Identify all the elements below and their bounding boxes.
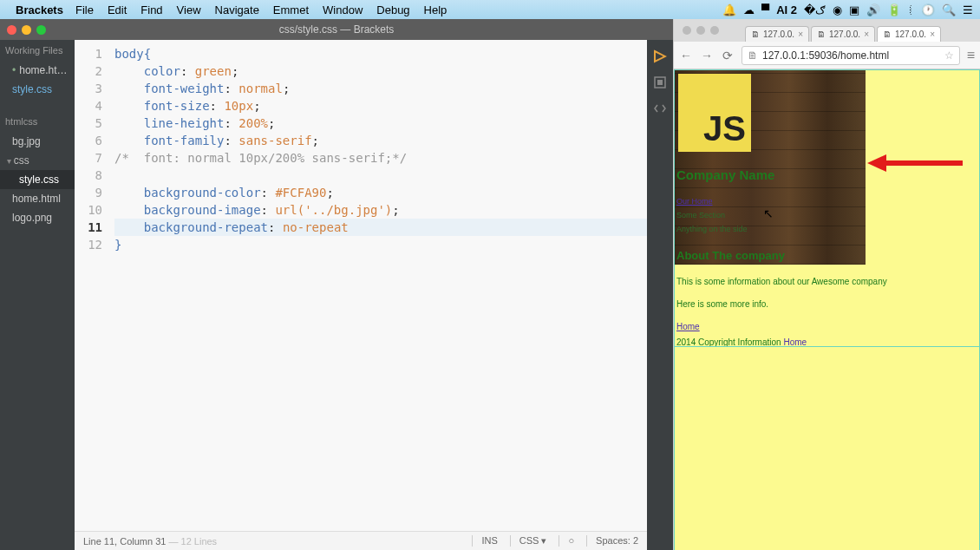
close-tab-icon[interactable]: × [930, 29, 935, 39]
working-file[interactable]: style.css [0, 80, 75, 99]
divider [675, 346, 979, 347]
nav-link[interactable]: Anything on the side [676, 225, 748, 233]
extensions-icon[interactable] [652, 75, 668, 90]
status-bar: Line 11, Column 31 — 12 Lines INS CSS ▾ … [75, 531, 647, 550]
page-h2: About The company [676, 249, 785, 262]
sync-icon[interactable]: ◉ [833, 3, 842, 16]
back-icon[interactable]: ← [679, 49, 693, 62]
tree-file[interactable]: logo.png [0, 208, 75, 227]
close-icon[interactable] [7, 25, 16, 35]
menu-navigate[interactable]: Navigate [215, 3, 259, 16]
live-preview-icon[interactable] [652, 49, 668, 64]
close-tab-icon[interactable]: × [798, 29, 803, 39]
browser-tab-active[interactable]: 🗎127.0.0.× [877, 26, 941, 42]
page-icon: 🗎 [817, 29, 826, 39]
page-h1: Company Name [676, 167, 774, 182]
menu-debug[interactable]: Debug [376, 3, 409, 16]
language-mode[interactable]: CSS ▾ [510, 535, 547, 547]
code-editor[interactable]: 123456789101112 body{ color: green; font… [75, 40, 647, 531]
close-tab-icon[interactable]: × [864, 29, 869, 39]
maximize-icon[interactable] [36, 25, 46, 35]
indent-mode[interactable]: Spaces: 2 [586, 535, 638, 547]
circle-icon[interactable]: ○ [559, 535, 574, 547]
brackets-right-toolbar [647, 40, 673, 550]
menu-edit[interactable]: Edit [108, 3, 127, 16]
svg-rect-1 [657, 80, 663, 85]
menu-find[interactable]: Find [140, 3, 162, 16]
chrome-window: 🗎127.0.0.× 🗎127.0.0.× 🗎127.0.0.× ← → ⟳ 🗎… [673, 19, 980, 550]
maximize-icon[interactable] [710, 26, 719, 35]
nav-link[interactable]: Some Section [676, 211, 725, 219]
editor-area: 123456789101112 body{ color: green; font… [75, 40, 647, 550]
chat-icon[interactable]: ▀ [761, 3, 769, 16]
menu-window[interactable]: Window [323, 3, 363, 16]
menubar-app-name[interactable]: Brackets [16, 3, 63, 16]
line-gutter: 123456789101112 [75, 40, 111, 531]
working-files-header: Working Files [0, 40, 75, 61]
js-logo: JS [678, 74, 751, 152]
browser-tab[interactable]: 🗎127.0.0.× [745, 26, 809, 42]
spotlight-icon[interactable]: 🔍 [942, 3, 956, 16]
menu-file[interactable]: File [75, 3, 94, 16]
chrome-toolbar: ← → ⟳ 🗎 127.0.0.1:59036/home.html ☆ ≡ [674, 42, 980, 69]
nav-link[interactable]: Our Home [676, 197, 713, 206]
adobe-icon[interactable]: AI 2 [776, 3, 797, 16]
window-title: css/style.css — Brackets [0, 23, 673, 36]
page-icon: 🗎 [883, 29, 892, 39]
page-paragraph: Here is some more info. [676, 299, 768, 309]
display-icon[interactable]: ▣ [849, 3, 859, 16]
rendered-page: JS Company Name Our Home Some Section An… [674, 69, 980, 550]
close-icon[interactable] [683, 26, 691, 35]
traffic-lights [0, 25, 46, 35]
line-count: 12 Lines [181, 536, 218, 547]
brackets-sidebar: Working Files home.html style.css htmlcs… [0, 40, 75, 550]
home-link[interactable]: Home [676, 322, 700, 331]
bookmark-icon[interactable]: ☆ [944, 49, 954, 62]
tree-file[interactable]: bg.jpg [0, 132, 75, 151]
menu-view[interactable]: View [177, 3, 201, 16]
page-paragraph: This is some information about our Aweso… [676, 277, 887, 286]
brackets-window: css/style.css — Brackets Working Files h… [0, 19, 673, 550]
project-header[interactable]: htmlcss [0, 111, 75, 132]
page-icon: 🗎 [748, 49, 758, 62]
browser-tab[interactable]: 🗎127.0.0.× [811, 26, 875, 42]
hamburger-icon[interactable]: ≡ [967, 48, 975, 63]
insert-mode[interactable]: INS [472, 535, 497, 547]
wifi-icon[interactable]: ⧙ [908, 3, 914, 16]
brackets-titlebar: css/style.css — Brackets [0, 19, 673, 40]
cloud-icon[interactable]: ☁ [743, 3, 755, 16]
reload-icon[interactable]: ⟳ [721, 49, 735, 62]
url-text: 127.0.0.1:59036/home.html [762, 49, 889, 62]
list-icon[interactable]: ☰ [963, 3, 973, 16]
menubar-right: 🔔 ☁ ▀ AI 2 �ګ ◉ ▣ 🔊 🔋 ⧙ 🕐 🔍 ☰ [722, 3, 973, 16]
menu-help[interactable]: Help [424, 3, 448, 16]
code-icon[interactable] [652, 101, 668, 116]
menu-emmet[interactable]: Emmet [273, 3, 309, 16]
notifications-icon[interactable]: 🔔 [722, 3, 736, 16]
forward-icon[interactable]: → [700, 49, 714, 62]
volume-icon[interactable]: 🔊 [866, 3, 880, 16]
minimize-icon[interactable] [696, 26, 705, 35]
chrome-tabstrip: 🗎127.0.0.× 🗎127.0.0.× 🗎127.0.0.× [674, 19, 980, 42]
dropbox-icon[interactable]: �ګ [804, 3, 826, 16]
page-icon: 🗎 [751, 29, 760, 39]
tree-folder[interactable]: css [0, 151, 75, 170]
working-file[interactable]: home.html [0, 61, 75, 80]
url-input[interactable]: 🗎 127.0.0.1:59036/home.html ☆ [742, 46, 960, 65]
mac-menubar: Brackets File Edit Find View Navigate Em… [0, 0, 980, 19]
cursor-position: Line 11, Column 31 [83, 536, 166, 547]
minimize-icon[interactable] [22, 25, 31, 35]
tree-file-active[interactable]: style.css [0, 170, 75, 189]
tree-file[interactable]: home.html [0, 189, 75, 208]
clock-icon[interactable]: 🕐 [921, 3, 935, 16]
battery-icon[interactable]: 🔋 [887, 3, 901, 16]
code-content[interactable]: body{ color: green; font-weight: normal;… [111, 40, 647, 531]
